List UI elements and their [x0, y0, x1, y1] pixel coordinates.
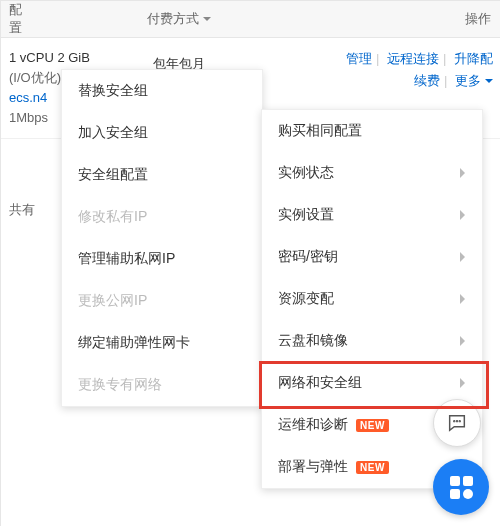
security-group-submenu: 替换安全组加入安全组安全组配置修改私有IP管理辅助私网IP更换公网IP绑定辅助弹… [61, 69, 263, 407]
upgrade-link[interactable]: 升降配 [454, 51, 493, 66]
menu-item-label: 密码/密钥 [278, 248, 338, 266]
chevron-right-icon [460, 336, 470, 346]
chevron-right-icon [460, 252, 470, 262]
menu-item-label: 实例设置 [278, 206, 334, 224]
menu-item-4[interactable]: 资源变配 [262, 278, 482, 320]
menu-item-5[interactable]: 云盘和镜像 [262, 320, 482, 362]
chevron-down-icon [485, 79, 493, 87]
chat-icon [446, 412, 468, 434]
chat-fab[interactable] [433, 399, 481, 447]
more-label: 更多 [455, 70, 481, 92]
menu-item-6[interactable]: 网络和安全组 [262, 362, 482, 404]
chevron-right-icon [460, 210, 470, 220]
submenu-item-3: 修改私有IP [62, 196, 262, 238]
new-badge: NEW [356, 419, 389, 432]
more-dropdown[interactable]: 更多 [455, 70, 493, 92]
chevron-down-icon [203, 17, 211, 25]
svg-point-1 [457, 421, 458, 422]
menu-item-label: 云盘和镜像 [278, 332, 348, 350]
menu-item-label: 购买相同配置 [278, 122, 362, 140]
submenu-item-0[interactable]: 替换安全组 [62, 70, 262, 112]
menu-item-2[interactable]: 实例设置 [262, 194, 482, 236]
manage-link[interactable]: 管理 [346, 51, 372, 66]
menu-item-1[interactable]: 实例状态 [262, 152, 482, 194]
menu-item-label: 实例状态 [278, 164, 334, 182]
submenu-item-5: 更换公网IP [62, 280, 262, 322]
submenu-item-7: 更换专有网络 [62, 364, 262, 406]
chevron-right-icon [460, 168, 470, 178]
submenu-item-2[interactable]: 安全组配置 [62, 154, 262, 196]
instance-ops: 管理| 远程连接| 升降配 续费| 更多 [346, 48, 493, 92]
submenu-item-6[interactable]: 绑定辅助弹性网卡 [62, 322, 262, 364]
remote-link[interactable]: 远程连接 [387, 51, 439, 66]
col-ops: 操作 [441, 10, 500, 28]
col-billing[interactable]: 付费方式 [27, 10, 441, 28]
col-config: 配置 [1, 1, 27, 37]
menu-item-3[interactable]: 密码/密钥 [262, 236, 482, 278]
menu-item-label: 运维和诊断 [278, 416, 348, 434]
menu-item-0[interactable]: 购买相同配置 [262, 110, 482, 152]
submenu-item-1[interactable]: 加入安全组 [62, 112, 262, 154]
table-header: 配置 付费方式 操作 [1, 1, 500, 38]
menu-item-label: 网络和安全组 [278, 374, 362, 392]
chevron-right-icon [460, 294, 470, 304]
svg-point-2 [459, 421, 460, 422]
chevron-right-icon [460, 378, 470, 388]
svg-point-0 [454, 421, 455, 422]
apps-icon [450, 476, 473, 499]
submenu-item-4[interactable]: 管理辅助私网IP [62, 238, 262, 280]
shared-label: 共有 [9, 201, 35, 219]
spec-line: 1 vCPU 2 GiB [9, 48, 90, 68]
menu-item-label: 资源变配 [278, 290, 334, 308]
new-badge: NEW [356, 461, 389, 474]
menu-item-label: 部署与弹性 [278, 458, 348, 476]
renew-link[interactable]: 续费 [414, 73, 440, 88]
col-billing-label: 付费方式 [147, 10, 199, 28]
apps-fab[interactable] [433, 459, 489, 515]
